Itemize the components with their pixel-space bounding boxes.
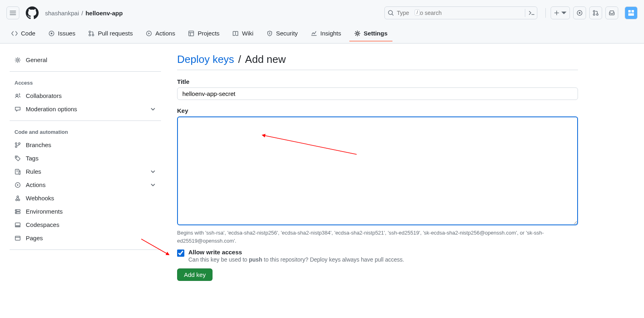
sidebar-tags[interactable]: Tags	[10, 152, 161, 165]
sidebar-branches[interactable]: Branches	[10, 138, 161, 152]
book-icon	[232, 30, 239, 37]
search-slash-kbd: /	[415, 9, 420, 16]
sidebar-heading-code: Code and automation	[10, 126, 161, 138]
sidebar-item-label: Tags	[26, 155, 39, 162]
nav-label: Pull requests	[98, 30, 133, 37]
branch-icon	[14, 142, 21, 148]
svg-point-3	[593, 10, 595, 12]
sidebar-codespaces[interactable]: Codespaces	[10, 218, 161, 231]
breadcrumb-separator: /	[81, 10, 83, 17]
title-label: Title	[177, 78, 578, 85]
sidebar-general[interactable]: General	[10, 53, 161, 67]
allow-write-row: Allow write access Can this key be used …	[177, 249, 578, 263]
desc-pre: Can this key be used to	[188, 256, 249, 263]
sidebar-environments[interactable]: Environments	[10, 205, 161, 218]
svg-point-5	[597, 14, 598, 15]
sidebar-item-label: Webhooks	[26, 195, 54, 202]
create-new-button[interactable]	[551, 6, 570, 19]
svg-point-16	[269, 33, 270, 33]
tag-icon	[14, 155, 21, 162]
nav-actions[interactable]: Actions	[141, 26, 180, 42]
nav-pull-requests[interactable]: Pull requests	[83, 26, 138, 42]
user-avatar[interactable]	[625, 6, 638, 19]
sidebar-webhooks[interactable]: Webhooks	[10, 191, 161, 205]
code-icon	[11, 30, 18, 37]
svg-point-18	[17, 59, 19, 61]
nav-label: Security	[276, 30, 298, 37]
svg-rect-35	[15, 236, 20, 240]
play-circle-icon	[14, 182, 21, 188]
page-title-link[interactable]: Deploy keys	[177, 53, 234, 66]
search-input[interactable]	[384, 6, 537, 19]
page-title-sep: /	[238, 53, 241, 66]
repo-nav: Code Issues Pull requests Actions Projec…	[0, 24, 644, 44]
nav-insights[interactable]: Insights	[306, 26, 346, 42]
nav-label: Actions	[155, 30, 175, 37]
key-field-group: Key Begins with 'ssh-rsa', 'ecdsa-sha2-n…	[177, 107, 578, 245]
nav-projects[interactable]: Projects	[183, 26, 224, 42]
allow-write-label: Allow write access	[188, 249, 404, 256]
play-circle-icon	[146, 30, 152, 37]
key-hint-text: Begins with 'ssh-rsa', 'ecdsa-sha2-nistp…	[177, 229, 578, 245]
desc-post: to this repository? Deploy keys always h…	[262, 256, 405, 263]
global-search[interactable]: /	[384, 6, 537, 19]
add-key-button[interactable]: Add key	[177, 268, 213, 281]
pull-requests-button[interactable]	[589, 6, 602, 19]
nav-wiki[interactable]: Wiki	[227, 26, 258, 42]
svg-point-4	[593, 14, 595, 15]
sidebar-item-label: Branches	[26, 141, 51, 148]
svg-point-21	[15, 146, 17, 148]
svg-point-11	[89, 31, 91, 33]
svg-point-31	[16, 210, 17, 210]
svg-point-32	[16, 212, 17, 213]
title-input[interactable]	[177, 87, 578, 100]
top-actions	[544, 6, 638, 19]
breadcrumb: shashankpai / helloenv-app	[45, 10, 123, 17]
key-textarea[interactable]	[177, 116, 578, 225]
sidebar-rules[interactable]: Rules	[10, 165, 161, 178]
sidebar-item-label: Rules	[26, 168, 41, 175]
allow-write-description: Can this key be used to push to this rep…	[188, 256, 404, 263]
breadcrumb-owner[interactable]: shashankpai	[45, 10, 79, 17]
search-icon	[388, 10, 394, 17]
nav-label: Projects	[198, 30, 219, 37]
sidebar-actions[interactable]: Actions	[10, 178, 161, 191]
nav-security[interactable]: Security	[262, 26, 303, 42]
sidebar-pages[interactable]: Pages	[10, 231, 161, 245]
chevron-down-icon	[150, 168, 156, 175]
nav-issues[interactable]: Issues	[43, 26, 80, 42]
github-logo[interactable]	[26, 6, 39, 19]
gear-icon	[354, 30, 361, 37]
command-palette-icon[interactable]	[525, 9, 535, 17]
issues-button[interactable]	[573, 6, 586, 19]
nav-code[interactable]: Code	[6, 26, 40, 42]
shield-icon	[266, 30, 273, 37]
inbox-icon	[609, 10, 615, 16]
sidebar-moderation[interactable]: Moderation options	[10, 102, 161, 116]
svg-rect-15	[189, 31, 194, 36]
allow-write-checkbox[interactable]	[177, 249, 184, 257]
top-header: shashankpai / helloenv-app /	[0, 0, 644, 24]
nav-label: Insights	[320, 30, 341, 37]
browser-icon	[14, 235, 21, 241]
divider	[10, 121, 161, 121]
breadcrumb-repo[interactable]: helloenv-app	[85, 10, 123, 17]
divider	[10, 71, 161, 72]
svg-point-22	[19, 143, 20, 144]
key-label: Key	[177, 107, 578, 114]
title-field-group: Title	[177, 78, 578, 100]
page-title: Deploy keys / Add new	[177, 53, 578, 70]
webhook-icon	[14, 195, 21, 202]
graph-icon	[311, 30, 317, 37]
chevron-down-icon	[150, 106, 156, 112]
issue-icon	[48, 30, 55, 37]
nav-settings[interactable]: Settings	[349, 26, 392, 42]
svg-rect-7	[632, 10, 634, 12]
hamburger-button[interactable]	[6, 6, 19, 19]
desc-bold: push	[249, 256, 262, 263]
sidebar-heading-access: Access	[10, 77, 161, 89]
inbox-button[interactable]	[605, 6, 618, 19]
git-pull-request-icon	[592, 10, 599, 16]
main-layout: General Access Collaborators Moderation …	[0, 44, 644, 297]
sidebar-collaborators[interactable]: Collaborators	[10, 89, 161, 102]
